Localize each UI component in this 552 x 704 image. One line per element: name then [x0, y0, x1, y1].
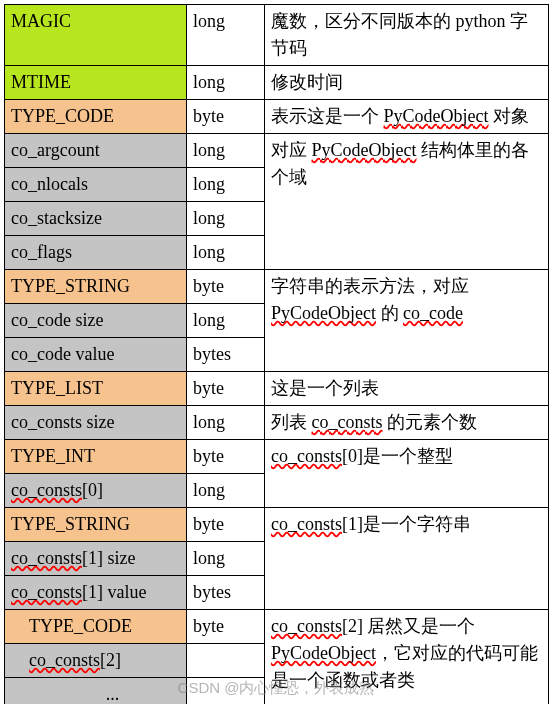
table-row: TYPE_STRINGbyteco_consts[1]是一个字符串 [5, 508, 549, 542]
table-row: TYPE_CODEbyteco_consts[2] 居然又是一个 PyCodeO… [5, 610, 549, 644]
field-type: byte [187, 440, 265, 474]
field-description: 魔数，区分不同版本的 python 字节码 [265, 5, 549, 66]
field-type: byte [187, 100, 265, 134]
field-name: co_consts[1] size [5, 542, 187, 576]
field-type: bytes [187, 338, 265, 372]
field-name: TYPE_STRING [5, 508, 187, 542]
field-type: long [187, 304, 265, 338]
field-name: TYPE_CODE [5, 100, 187, 134]
field-type: long [187, 202, 265, 236]
field-name: TYPE_LIST [5, 372, 187, 406]
field-type: long [187, 5, 265, 66]
field-type: long [187, 236, 265, 270]
field-name: TYPE_CODE [5, 610, 187, 644]
field-name: co_flags [5, 236, 187, 270]
field-type: long [187, 474, 265, 508]
field-name: co_argcount [5, 134, 187, 168]
field-type [187, 678, 265, 705]
field-name: TYPE_INT [5, 440, 187, 474]
field-name: co_consts[0] [5, 474, 187, 508]
table-row: TYPE_CODEbyte表示这是一个 PyCodeObject 对象 [5, 100, 549, 134]
field-description: 对应 PyCodeObject 结构体里的各个域 [265, 134, 549, 270]
field-type: byte [187, 270, 265, 304]
pyc-structure-table: MAGIClong魔数，区分不同版本的 python 字节码MTIMElong修… [4, 4, 549, 704]
field-name: co_consts[1] value [5, 576, 187, 610]
field-description: 这是一个列表 [265, 372, 549, 406]
field-type [187, 644, 265, 678]
table-row: MTIMElong修改时间 [5, 66, 549, 100]
table-row: MAGIClong魔数，区分不同版本的 python 字节码 [5, 5, 549, 66]
field-type: long [187, 406, 265, 440]
table-row: co_argcountlong对应 PyCodeObject 结构体里的各个域 [5, 134, 549, 168]
field-type: byte [187, 372, 265, 406]
field-description: 修改时间 [265, 66, 549, 100]
field-type: bytes [187, 576, 265, 610]
field-type: byte [187, 508, 265, 542]
table-row: TYPE_LISTbyte这是一个列表 [5, 372, 549, 406]
field-type: long [187, 168, 265, 202]
table-row: TYPE_STRINGbyte字符串的表示方法，对应 PyCodeObject … [5, 270, 549, 304]
field-type: long [187, 542, 265, 576]
field-name: MTIME [5, 66, 187, 100]
field-name: co_code size [5, 304, 187, 338]
field-description: co_consts[1]是一个字符串 [265, 508, 549, 610]
field-name: ... [5, 678, 187, 705]
field-type: long [187, 66, 265, 100]
field-name: co_consts size [5, 406, 187, 440]
field-description: co_consts[2] 居然又是一个 PyCodeObject，它对应的代码可… [265, 610, 549, 705]
field-name: TYPE_STRING [5, 270, 187, 304]
field-description: 列表 co_consts 的元素个数 [265, 406, 549, 440]
field-name: co_stacksize [5, 202, 187, 236]
field-name: co_nlocals [5, 168, 187, 202]
field-name: co_consts[2] [5, 644, 187, 678]
field-description: 表示这是一个 PyCodeObject 对象 [265, 100, 549, 134]
table-row: co_consts sizelong列表 co_consts 的元素个数 [5, 406, 549, 440]
field-type: long [187, 134, 265, 168]
table-row: TYPE_INTbyteco_consts[0]是一个整型 [5, 440, 549, 474]
field-description: co_consts[0]是一个整型 [265, 440, 549, 508]
field-name: co_code value [5, 338, 187, 372]
field-description: 字符串的表示方法，对应 PyCodeObject 的 co_code [265, 270, 549, 372]
field-type: byte [187, 610, 265, 644]
field-name: MAGIC [5, 5, 187, 66]
